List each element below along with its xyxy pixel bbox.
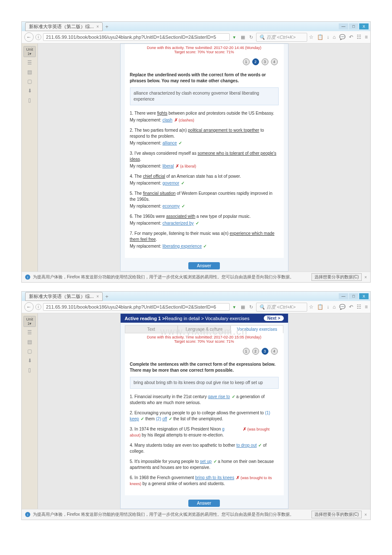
back-button[interactable]: ← bbox=[24, 302, 34, 312]
maximize-button[interactable]: □ bbox=[349, 293, 358, 299]
unit-selector[interactable]: Unit 1▾ bbox=[23, 46, 36, 57]
back-button[interactable]: ← bbox=[24, 32, 34, 42]
grid-icon[interactable]: ▦ bbox=[240, 34, 246, 40]
browser-tab[interactable]: 新标准大学英语（第二版）综... × bbox=[25, 292, 103, 301]
answer-input[interactable]: clash bbox=[162, 118, 172, 122]
chat-icon[interactable]: 💬 bbox=[339, 304, 346, 310]
bookmark-icon[interactable]: ☆ bbox=[309, 34, 314, 40]
answer-input[interactable]: keep bbox=[130, 416, 139, 421]
close-icon[interactable]: × bbox=[96, 294, 99, 299]
cross-icon: ✗ bbox=[174, 118, 178, 122]
reload-icon[interactable]: ↻ bbox=[248, 34, 254, 40]
answer-input[interactable]: characterized by bbox=[162, 221, 193, 225]
infobar-close-icon[interactable]: × bbox=[364, 275, 367, 280]
close-icon[interactable]: × bbox=[96, 24, 99, 29]
share-button[interactable]: 选择想要分享的数据(C) bbox=[311, 511, 362, 518]
answer-input[interactable]: bring sth to its knees bbox=[195, 475, 234, 480]
menu-icon[interactable]: ≡ bbox=[365, 304, 368, 310]
question-item: 2. The two parties formed a(n) political… bbox=[130, 127, 279, 146]
book-icon[interactable]: ▤ bbox=[26, 68, 34, 76]
tab-vocabulary[interactable]: Vocabulary exercises bbox=[231, 325, 283, 333]
sync-icon[interactable]: ☷ bbox=[357, 304, 361, 310]
page-3[interactable]: 3 bbox=[262, 348, 268, 355]
home-icon[interactable]: ⌂ bbox=[333, 34, 336, 40]
question-1: 1. Financial insecurity in the 21st cent… bbox=[130, 394, 279, 406]
answer-input[interactable]: economy bbox=[162, 204, 180, 208]
tab-text[interactable]: Text bbox=[125, 325, 178, 333]
file-icon[interactable]: ▯ bbox=[26, 96, 34, 104]
info-bar: i 为提高用户体验，Firefox 将发送部分功能的使用情况给我们，用于进一步优… bbox=[22, 272, 370, 282]
download-side-icon[interactable]: ⬇ bbox=[26, 87, 34, 95]
page-3[interactable]: 3 bbox=[262, 58, 268, 65]
answer-input[interactable]: g bbox=[222, 427, 225, 431]
question-item: 6. The 1960s were associated with a new … bbox=[130, 214, 279, 226]
answer-input[interactable]: governor bbox=[162, 181, 179, 185]
question-4: 4. Many students today are even too apat… bbox=[130, 442, 279, 454]
answer-input[interactable]: set up bbox=[200, 459, 211, 464]
content-panel: Active reading 1 > Reading in detail > V… bbox=[120, 313, 288, 509]
file-icon[interactable]: ▯ bbox=[26, 366, 34, 374]
tab-language[interactable]: Language & culture bbox=[178, 325, 231, 333]
site-info-icon[interactable]: i bbox=[35, 34, 41, 40]
site-info-icon[interactable]: i bbox=[35, 304, 41, 310]
panel-header: Active reading 1 > Reading in detail > V… bbox=[121, 314, 288, 323]
chat-icon[interactable]: 💬 bbox=[339, 34, 346, 40]
list-icon[interactable]: ☰ bbox=[26, 59, 34, 66]
search-input[interactable]: 🔍 百度 <Ctrl+K> bbox=[256, 303, 307, 312]
reload-icon[interactable]: ↻ bbox=[248, 304, 254, 310]
unit-selector[interactable]: Unit 1▾ bbox=[23, 316, 36, 327]
page-1[interactable]: 1 bbox=[243, 348, 250, 355]
next-button[interactable]: Next > bbox=[264, 315, 283, 321]
download-side-icon[interactable]: ⬇ bbox=[26, 357, 34, 364]
sync-icon[interactable]: ☷ bbox=[357, 34, 361, 40]
maximize-button[interactable]: □ bbox=[349, 23, 358, 29]
answer-button[interactable]: Answer bbox=[188, 262, 219, 269]
question-item: 5. The financial situation of Western Eu… bbox=[130, 191, 279, 209]
tab-title: 新标准大学英语（第二版）综... bbox=[29, 293, 94, 300]
url-input[interactable]: 211.65.99.101/book/book186/uyu24blank.ph… bbox=[43, 33, 230, 41]
answer-input[interactable]: to drop out bbox=[236, 443, 257, 448]
window-close-button[interactable]: X bbox=[359, 293, 369, 299]
page-1[interactable]: 1 bbox=[243, 58, 250, 65]
list-icon[interactable]: ☰ bbox=[26, 329, 34, 336]
answer-input[interactable]: alliance bbox=[162, 141, 177, 145]
minimize-button[interactable]: — bbox=[339, 23, 348, 29]
minimize-button[interactable]: — bbox=[339, 293, 348, 299]
undo-icon[interactable]: ↶ bbox=[349, 304, 353, 310]
page-2[interactable]: 2 bbox=[252, 348, 259, 355]
window-close-button[interactable]: X bbox=[359, 23, 369, 29]
menu-icon[interactable]: ≡ bbox=[365, 34, 368, 40]
page-icon[interactable]: ▢ bbox=[26, 347, 34, 355]
grid-icon[interactable]: ▦ bbox=[240, 304, 246, 310]
answer-input[interactable]: liberal bbox=[162, 164, 174, 168]
address-bar: ← i 211.65.99.101/book/book186/uyu24blan… bbox=[22, 31, 370, 43]
url-input[interactable]: 211.65.99.101/book/book186/uyu24blank.ph… bbox=[43, 303, 230, 311]
answer-input[interactable]: gave rise to bbox=[208, 394, 230, 399]
search-input[interactable]: 🔍 百度 <Ctrl+K> bbox=[256, 33, 307, 42]
page-icon[interactable]: ▢ bbox=[26, 78, 34, 85]
undo-icon[interactable]: ↶ bbox=[349, 34, 353, 40]
shield-icon[interactable]: ▾ bbox=[231, 34, 237, 40]
word-box: bring about bring sth to its knees drop … bbox=[130, 377, 279, 389]
clipboard-icon[interactable]: 📋 bbox=[317, 34, 323, 40]
answer-input[interactable]: off bbox=[162, 416, 167, 421]
infobar-close-icon[interactable]: × bbox=[364, 512, 367, 517]
download-icon[interactable]: ↓ bbox=[327, 34, 329, 40]
new-tab-button[interactable]: + bbox=[105, 23, 109, 30]
share-button[interactable]: 选择想要分享的数据(C) bbox=[311, 273, 362, 281]
browser-tab[interactable]: 新标准大学英语（第二版）综... × bbox=[25, 22, 103, 31]
page-2[interactable]: 2 bbox=[252, 58, 259, 65]
bookmark-icon[interactable]: ☆ bbox=[309, 304, 314, 310]
answer-input[interactable]: liberating experience bbox=[162, 244, 202, 249]
answer-button[interactable]: Answer bbox=[188, 500, 219, 507]
page-4[interactable]: 4 bbox=[271, 348, 278, 355]
exercise-body: Replace the underlined words with the co… bbox=[125, 68, 284, 258]
page-4[interactable]: 4 bbox=[271, 58, 278, 65]
new-tab-button[interactable]: + bbox=[105, 293, 109, 300]
download-icon[interactable]: ↓ bbox=[327, 304, 329, 310]
book-icon[interactable]: ▤ bbox=[26, 338, 34, 346]
info-icon: i bbox=[25, 512, 30, 517]
shield-icon[interactable]: ▾ bbox=[231, 304, 237, 310]
home-icon[interactable]: ⌂ bbox=[333, 304, 336, 310]
clipboard-icon[interactable]: 📋 bbox=[317, 304, 323, 310]
